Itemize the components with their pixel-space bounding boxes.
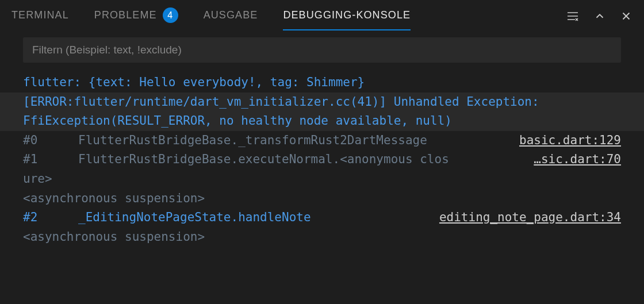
tabs-right [566, 9, 632, 23]
tab-probleme-label: PROBLEME [94, 9, 157, 21]
frame-method: _EditingNotePageState.handleNote [78, 208, 311, 228]
clear-console-icon[interactable] [566, 9, 580, 23]
async-suspension: <asynchronous suspension> [23, 228, 621, 247]
frame-number: #0 [23, 131, 78, 151]
async-suspension: <asynchronous suspension> [23, 189, 621, 209]
frame-location-link[interactable]: basic.dart:129 [519, 131, 621, 151]
stack-frame: #0 FlutterRustBridgeBase._transformRust2… [23, 131, 621, 151]
panel-tabs-bar: TERMINAL PROBLEME 4 AUSGABE DEBUGGING-KO… [0, 0, 644, 32]
error-line: FfiException(RESULT_ERROR, no healthy no… [23, 111, 621, 131]
console-output: flutter: {text: Hello everybody!, tag: S… [0, 73, 644, 247]
tab-ausgabe[interactable]: AUSGABE [204, 1, 258, 30]
tabs-left: TERMINAL PROBLEME 4 AUSGABE DEBUGGING-KO… [12, 0, 411, 32]
stack-frame: #2 _EditingNotePageState.handleNote edit… [23, 208, 621, 228]
tab-ausgabe-label: AUSGABE [204, 9, 258, 21]
error-block: [ERROR:flutter/runtime/dart_vm_initializ… [0, 93, 644, 131]
error-line: [ERROR:flutter/runtime/dart_vm_initializ… [23, 93, 621, 112]
frame-location-link[interactable]: …sic.dart:70 [534, 150, 621, 170]
tab-terminal[interactable]: TERMINAL [12, 1, 69, 30]
frame-number: #1 [23, 150, 78, 170]
tab-probleme[interactable]: PROBLEME 4 [94, 0, 178, 32]
close-panel-icon[interactable] [620, 10, 632, 22]
frame-number: #2 [23, 208, 78, 228]
tab-debugging-konsole-label: DEBUGGING-KONSOLE [283, 9, 411, 21]
tab-debugging-konsole[interactable]: DEBUGGING-KONSOLE [283, 1, 411, 30]
log-line: flutter: {text: Hello everybody!, tag: S… [23, 73, 621, 93]
stack-frame: #1 FlutterRustBridgeBase.executeNormal.<… [23, 150, 621, 170]
filter-input[interactable] [23, 37, 621, 63]
probleme-badge: 4 [163, 7, 178, 23]
frame-location-link[interactable]: editing_note_page.dart:34 [439, 208, 621, 228]
frame-method-continuation: ure> [23, 170, 621, 189]
frame-method: FlutterRustBridgeBase.executeNormal.<ano… [78, 150, 449, 170]
tab-terminal-label: TERMINAL [12, 9, 69, 21]
collapse-panel-icon[interactable] [593, 10, 606, 22]
frame-method: FlutterRustBridgeBase._transformRust2Dar… [78, 131, 427, 151]
